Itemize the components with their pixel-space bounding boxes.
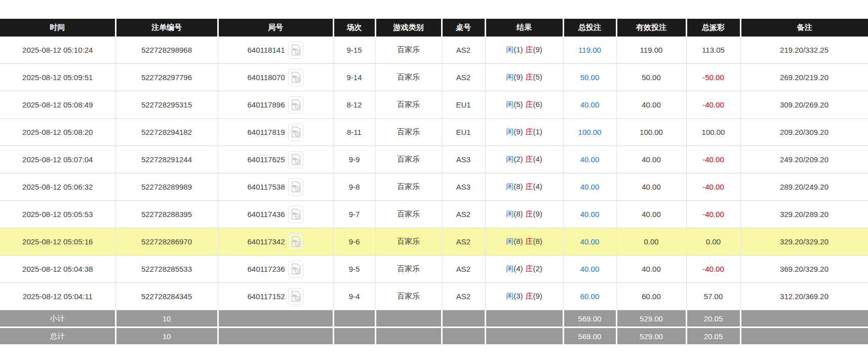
cell-round-no: 640118141 — [218, 37, 333, 64]
result-player-score: (1) — [514, 45, 523, 54]
cell-round-no: 640117896 — [218, 91, 333, 119]
table-row: 2025-08-12 05:07:04 522728291244 6401176… — [0, 146, 868, 173]
subtotal-total-bet: 569.00 — [563, 310, 616, 328]
cell-time: 2025-08-12 05:05:53 — [0, 201, 115, 228]
result-banker-label: 庄 — [526, 264, 533, 273]
result-player-label: 闲 — [506, 155, 514, 163]
result-banker-label: 庄 — [526, 237, 533, 245]
total-bet-link[interactable]: 100.00 — [578, 128, 602, 136]
table-row: 2025-08-12 05:05:53 522728288395 6401174… — [0, 201, 868, 228]
cell-bet-no: 522728289989 — [115, 173, 218, 201]
cell-table-no: AS3 — [442, 173, 485, 201]
cell-session: 9-14 — [333, 64, 375, 91]
bet-records-page: 时间 注单编号 局号 场次 游戏类别 桌号 结果 总投注 有效投注 总派彩 备注… — [0, 0, 868, 346]
video-replay-button[interactable] — [288, 151, 303, 168]
cell-round-no: 640117342 — [218, 228, 333, 256]
cell-game-type: 百家乐 — [375, 256, 442, 283]
cell-time: 2025-08-12 05:04:11 — [0, 283, 115, 310]
grand-total-valid-bet: 529.00 — [616, 328, 686, 345]
table-header: 时间 注单编号 局号 场次 游戏类别 桌号 结果 总投注 有效投注 总派彩 备注 — [0, 19, 868, 37]
col-header-round-no: 局号 — [218, 19, 333, 37]
cell-total-bet: 100.00 — [563, 119, 616, 146]
cell-bet-no: 522728295315 — [115, 91, 218, 119]
cell-valid-bet: 40.00 — [616, 146, 686, 173]
cell-session: 9-8 — [333, 173, 375, 201]
video-replay-button[interactable] — [288, 233, 303, 250]
video-replay-button[interactable] — [288, 96, 303, 114]
video-replay-button[interactable] — [288, 42, 303, 59]
cell-table-no: EU1 — [442, 119, 485, 146]
video-replay-button[interactable] — [288, 69, 303, 86]
cell-session: 9-7 — [333, 201, 375, 228]
result-player-label: 闲 — [506, 237, 514, 245]
total-bet-link[interactable]: 40.00 — [580, 183, 600, 191]
result-banker-score: (2) — [533, 264, 542, 273]
total-bet-link[interactable]: 40.00 — [580, 237, 600, 246]
video-replay-button[interactable] — [288, 288, 303, 305]
total-bet-link[interactable]: 40.00 — [580, 100, 600, 109]
video-replay-icon — [291, 291, 301, 302]
result-player-label: 闲 — [506, 45, 514, 54]
cell-game-type: 百家乐 — [375, 64, 442, 91]
cell-game-type: 百家乐 — [375, 119, 442, 146]
table-row: 2025-08-12 05:05:16 522728286970 6401173… — [0, 228, 868, 256]
result-banker-label: 庄 — [526, 292, 533, 300]
cell-total-bet: 40.00 — [563, 201, 616, 228]
cell-remark: 209.20/309.20 — [740, 119, 868, 146]
cell-session: 8-11 — [333, 119, 375, 146]
result-player-score: (4) — [514, 264, 523, 273]
result-player-label: 闲 — [506, 127, 514, 136]
cell-game-type: 百家乐 — [375, 228, 442, 256]
cell-result: 闲(3)庄(9) — [485, 283, 563, 310]
cell-table-no: EU1 — [442, 91, 485, 119]
total-bet-link[interactable]: 60.00 — [580, 292, 600, 301]
total-bet-link[interactable]: 40.00 — [580, 210, 600, 219]
col-header-game-type: 游戏类别 — [375, 19, 442, 37]
round-number: 640117819 — [248, 128, 285, 136]
result-banker-score: (4) — [533, 182, 542, 191]
cell-round-no: 640117152 — [218, 283, 333, 310]
cell-time: 2025-08-12 05:09:51 — [0, 64, 115, 91]
cell-time: 2025-08-12 05:10:24 — [0, 37, 115, 64]
cell-round-no: 640118070 — [218, 64, 333, 91]
subtotal-payout: 20.05 — [686, 310, 740, 328]
cell-game-type: 百家乐 — [375, 146, 442, 173]
cell-total-payout: -40.00 — [686, 173, 740, 201]
total-bet-link[interactable]: 40.00 — [580, 265, 600, 273]
video-replay-button[interactable] — [288, 261, 303, 278]
cell-bet-no: 522728298968 — [115, 37, 218, 64]
round-number: 640118070 — [248, 73, 285, 82]
cell-session: 9-6 — [333, 228, 375, 256]
cell-remark: 289.20/249.20 — [740, 173, 868, 201]
table-row: 2025-08-12 05:09:51 522728297796 6401180… — [0, 64, 868, 91]
total-bet-link[interactable]: 119.00 — [578, 46, 601, 54]
cell-session: 9-9 — [333, 146, 375, 173]
cell-total-payout: -40.00 — [686, 201, 740, 228]
video-replay-button[interactable] — [288, 124, 303, 141]
cell-total-payout: -40.00 — [686, 91, 740, 119]
grand-total-total-bet: 569.00 — [563, 328, 616, 345]
video-replay-button[interactable] — [288, 206, 303, 223]
cell-session: 9-15 — [333, 37, 375, 64]
result-player-label: 闲 — [506, 100, 514, 109]
result-player-label: 闲 — [506, 182, 514, 191]
cell-total-bet: 40.00 — [563, 256, 616, 283]
cell-result: 闲(8)庄(8) — [485, 228, 563, 256]
col-header-total-bet: 总投注 — [563, 19, 616, 37]
cell-game-type: 百家乐 — [375, 283, 442, 310]
subtotal-valid-bet: 529.00 — [616, 310, 686, 328]
col-header-table-no: 桌号 — [442, 19, 485, 37]
total-bet-link[interactable]: 50.00 — [580, 73, 600, 82]
video-replay-button[interactable] — [288, 178, 303, 196]
result-player-score: (8) — [514, 237, 523, 245]
round-number: 640117236 — [248, 265, 285, 273]
cell-result: 闲(5)庄(6) — [485, 91, 563, 119]
table-footer: 小计 10 569.00 529.00 20.05 总计 10 — [0, 310, 868, 345]
cell-valid-bet: 50.00 — [616, 64, 686, 91]
cell-bet-no: 522728294182 — [115, 119, 218, 146]
video-replay-icon — [291, 71, 301, 83]
round-number: 640117436 — [248, 210, 285, 219]
cell-table-no: AS2 — [442, 228, 485, 256]
total-bet-link[interactable]: 40.00 — [580, 155, 600, 164]
col-header-time: 时间 — [0, 19, 115, 37]
